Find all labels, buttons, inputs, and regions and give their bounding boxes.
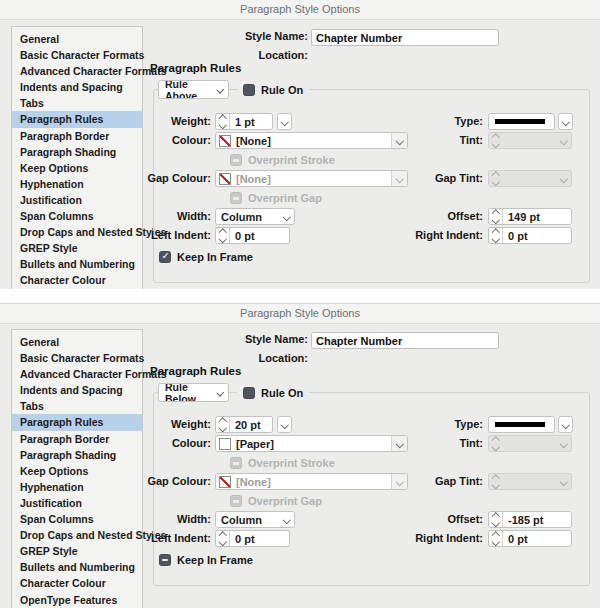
sidebar-item-tabs[interactable]: Tabs	[12, 398, 142, 414]
chevron-down-icon	[281, 421, 289, 429]
type-select[interactable]	[488, 416, 555, 433]
chevron-down-icon	[281, 118, 289, 126]
type-label: Type:	[340, 416, 483, 433]
weight-dropdown-button[interactable]	[277, 416, 292, 433]
sidebar-item-advanced-character-formats[interactable]: Advanced Character Formats	[12, 366, 142, 382]
sidebar-item-bullets-and-numbering[interactable]: Bullets and Numbering	[12, 256, 142, 272]
left-indent-field[interactable]: 0 pt	[215, 530, 290, 547]
section-heading: Paragraph Rules	[150, 365, 241, 377]
sidebar-item-indents-and-spacing[interactable]: Indents and Spacing	[12, 79, 142, 95]
weight-stepper-field[interactable]: 1 pt	[215, 113, 273, 130]
style-name-input[interactable]	[311, 29, 499, 46]
stepper-icon[interactable]	[216, 417, 230, 432]
style-options-sidebar: GeneralBasic Character FormatsAdvanced C…	[11, 26, 143, 289]
sidebar-item-basic-character-formats[interactable]: Basic Character Formats	[12, 47, 142, 63]
sidebar-item-character-colour[interactable]: Character Colour	[12, 272, 142, 288]
overprint-stroke-checkbox	[230, 457, 242, 469]
width-value: Column	[216, 514, 262, 526]
sidebar-item-justification[interactable]: Justification	[12, 192, 142, 208]
style-name-input[interactable]	[311, 332, 499, 349]
stepper-icon[interactable]	[489, 531, 503, 546]
tint-field-disabled	[488, 132, 572, 149]
sidebar-item-indents-and-spacing[interactable]: Indents and Spacing	[12, 382, 142, 398]
keep-in-frame-checkbox[interactable]	[159, 251, 171, 263]
rule-on-label: Rule On	[261, 84, 303, 96]
stepper-icon[interactable]	[216, 114, 230, 129]
weight-value: 20 pt	[230, 419, 261, 431]
sidebar-item-character-colour[interactable]: Character Colour	[12, 575, 142, 591]
stepper-icon	[489, 474, 502, 489]
type-select[interactable]	[488, 113, 555, 130]
weight-label: Weight:	[40, 113, 211, 130]
left-indent-field[interactable]: 0 pt	[215, 227, 290, 244]
sidebar-item-tabs[interactable]: Tabs	[12, 95, 142, 111]
rule-on-group: Rule On	[237, 383, 309, 402]
sidebar-item-general[interactable]: General	[12, 334, 142, 350]
offset-value: -185 pt	[503, 514, 543, 526]
chevron-down-icon	[562, 421, 570, 429]
overprint-stroke-label: Overprint Stroke	[248, 455, 335, 472]
stepper-icon[interactable]	[489, 228, 503, 243]
sidebar-item-basic-character-formats[interactable]: Basic Character Formats	[12, 350, 142, 366]
sidebar-item-general[interactable]: General	[12, 31, 142, 47]
stepper-icon[interactable]	[489, 209, 503, 224]
tint-label: Tint:	[340, 435, 483, 452]
colour-value: [Paper]	[231, 438, 274, 450]
weight-value: 1 pt	[230, 116, 255, 128]
right-indent-field[interactable]: 0 pt	[488, 530, 572, 547]
stepper-icon[interactable]	[489, 512, 503, 527]
type-dropdown-button[interactable]	[558, 416, 573, 433]
rule-position-select[interactable]: Rule Above	[158, 80, 229, 99]
gap-colour-label: Gap Colour:	[40, 473, 211, 490]
section-heading: Paragraph Rules	[150, 62, 241, 74]
offset-field[interactable]: -185 pt	[488, 511, 572, 528]
weight-dropdown-button[interactable]	[277, 113, 292, 130]
weight-stepper-field[interactable]: 20 pt	[215, 416, 273, 433]
stepper-icon	[489, 436, 502, 451]
chevron-down-icon	[559, 440, 567, 448]
type-dropdown-button[interactable]	[558, 113, 573, 130]
right-indent-label: Right Indent:	[340, 227, 483, 244]
sidebar-item-justification[interactable]: Justification	[12, 495, 142, 511]
rule-on-label: Rule On	[261, 387, 303, 399]
width-value: Column	[216, 211, 262, 223]
paragraph-style-options-dialog-rule-above: Paragraph Style Options GeneralBasic Cha…	[0, 0, 600, 289]
stepper-icon[interactable]	[216, 228, 230, 243]
chevron-down-icon	[559, 175, 567, 183]
rule-position-select[interactable]: Rule Below	[158, 383, 229, 402]
right-indent-field[interactable]: 0 pt	[488, 227, 572, 244]
gap-colour-label: Gap Colour:	[40, 170, 211, 187]
rule-position-value: Rule Below	[165, 383, 218, 402]
style-name-label: Style Name:	[150, 29, 308, 46]
stepper-icon[interactable]	[216, 531, 230, 546]
style-name-label: Style Name:	[150, 332, 308, 349]
gap-colour-value: [None]	[231, 173, 271, 185]
colour-swatch	[219, 438, 231, 450]
sidebar-item-opentype-features[interactable]: OpenType Features	[12, 592, 142, 608]
rule-position-value: Rule Above	[165, 80, 218, 99]
left-indent-value: 0 pt	[230, 533, 255, 545]
screenshot-root: Paragraph Style Options GeneralBasic Cha…	[0, 0, 600, 608]
offset-value: 149 pt	[503, 211, 540, 223]
width-select[interactable]: Column	[215, 208, 295, 225]
keep-in-frame-checkbox[interactable]	[159, 554, 171, 566]
overprint-gap-checkbox	[230, 192, 242, 204]
width-select[interactable]: Column	[215, 511, 295, 528]
gap-tint-field-disabled	[488, 473, 572, 490]
rule-on-checkbox[interactable]	[243, 387, 255, 399]
rule-on-checkbox[interactable]	[243, 84, 255, 96]
stepper-icon	[489, 171, 502, 186]
colour-label: Colour:	[40, 132, 211, 149]
left-indent-label: Left Indent:	[40, 530, 211, 547]
left-indent-value: 0 pt	[230, 230, 255, 242]
stepper-icon	[489, 133, 502, 148]
offset-field[interactable]: 149 pt	[488, 208, 572, 225]
sidebar-item-advanced-character-formats[interactable]: Advanced Character Formats	[12, 63, 142, 79]
sidebar-item-bullets-and-numbering[interactable]: Bullets and Numbering	[12, 559, 142, 575]
gap-tint-label: Gap Tint:	[340, 473, 483, 490]
keep-in-frame-label: Keep In Frame	[177, 249, 253, 266]
offset-label: Offset:	[340, 208, 483, 225]
right-indent-value: 0 pt	[503, 230, 528, 242]
gap-tint-label: Gap Tint:	[340, 170, 483, 187]
right-indent-label: Right Indent:	[340, 530, 483, 547]
